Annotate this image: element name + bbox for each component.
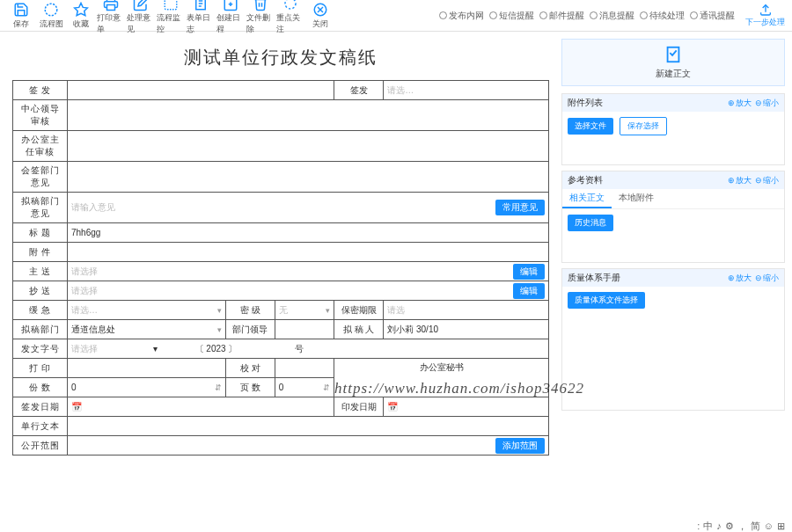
cell-copy-send[interactable]: 请选择编辑: [68, 281, 549, 301]
reference-expand-button[interactable]: ⊕放大: [728, 175, 752, 186]
ime-settings-icon[interactable]: ⚙: [725, 521, 734, 532]
attachment-expand-button[interactable]: ⊕放大: [728, 98, 752, 109]
radio-sms-remind[interactable]: 短信提醒: [489, 10, 534, 22]
log-icon: [193, 0, 209, 11]
radio-mail-remind[interactable]: 邮件提醒: [539, 10, 584, 22]
chevron-down-icon[interactable]: ▾: [217, 306, 222, 315]
close-icon: [312, 2, 328, 18]
close-button[interactable]: 关闭: [306, 0, 334, 35]
copy-send-edit-button[interactable]: 编辑: [513, 283, 545, 299]
cell-office-review[interactable]: [68, 131, 549, 162]
cell-sign-date[interactable]: 📅: [68, 397, 334, 417]
cell-attachment[interactable]: [68, 243, 549, 262]
print-icon: [103, 0, 119, 11]
radio-comm-remind[interactable]: 通讯提醒: [690, 10, 735, 22]
reference-tabs: 相关正文 本地附件: [562, 189, 784, 209]
stepper-icon[interactable]: ⇵: [215, 383, 222, 392]
stepper-icon[interactable]: ⇵: [323, 383, 330, 392]
lbl-copies: 份 数: [13, 378, 68, 397]
cell-check[interactable]: [275, 359, 334, 378]
ime-punct[interactable]: ，: [737, 520, 747, 533]
lbl-copy-send: 抄 送: [13, 281, 68, 301]
cell-draft-dept[interactable]: 通道信息处▾: [68, 320, 226, 339]
quality-link-button[interactable]: 质量体系文件选择: [568, 292, 645, 309]
ime-keyboard-icon[interactable]: ⊞: [777, 521, 785, 532]
document-title: 测试单位行政发文稿纸: [12, 46, 549, 69]
radio-msg-remind[interactable]: 消息提醒: [590, 10, 634, 22]
trash-icon: [253, 0, 268, 11]
calendar-button[interactable]: 创建日程: [216, 0, 245, 35]
lbl-check: 校 对: [225, 359, 275, 378]
lbl-urgency: 缓 急: [13, 301, 68, 320]
save-button[interactable]: 保存: [7, 0, 35, 35]
cell-cosign[interactable]: [68, 162, 549, 193]
cell-copies[interactable]: 0⇵: [68, 378, 226, 397]
calendar-icon[interactable]: 📅: [71, 402, 82, 412]
history-msg-button[interactable]: 历史消息: [568, 215, 613, 231]
lbl-secret: 密 级: [225, 301, 275, 320]
formlog-button[interactable]: 表单日志: [187, 0, 215, 35]
print-button[interactable]: 打印意单: [97, 0, 125, 35]
cell-doc-number[interactable]: 请选择 ▾ 〔 2023 〕 号: [68, 339, 549, 359]
chevron-down-icon[interactable]: ▾: [326, 306, 330, 315]
cell-draft-opinion[interactable]: 请输入意见 常用意见: [68, 193, 549, 223]
quality-collapse-button[interactable]: ⊖缩小: [755, 273, 779, 284]
add-scope-button[interactable]: 添加范围: [495, 438, 545, 454]
lbl-keep-period: 保密期限: [334, 301, 384, 320]
opinion-button[interactable]: 处理意见: [127, 0, 155, 35]
ime-sound-icon[interactable]: ♪: [716, 521, 722, 531]
cell-dept-leader[interactable]: [275, 320, 334, 339]
cell-title[interactable]: 7hh6gg: [68, 223, 549, 243]
main-send-edit-button[interactable]: 编辑: [513, 264, 545, 280]
reference-collapse-button[interactable]: ⊖缩小: [755, 175, 779, 186]
new-document-button[interactable]: 新建正文: [561, 39, 785, 86]
cell-keep-period[interactable]: 请选: [384, 301, 549, 320]
chevron-down-icon[interactable]: ▾: [217, 325, 222, 334]
ime-mode[interactable]: 简: [751, 520, 760, 533]
new-doc-icon: [664, 45, 683, 64]
tab-local-attach[interactable]: 本地附件: [612, 189, 661, 208]
lbl-sign-issue: 签 发: [13, 81, 68, 100]
select-file-button[interactable]: 选择文件: [568, 118, 613, 135]
form-column: 测试单位行政发文稿纸 签 发 签发 请选… 中心领导审核 办公室主任审核 会签部…: [0, 32, 561, 520]
side-column: 新建正文 附件列表 ⊕放大 ⊖缩小 选择文件 保存选择 参考资料 ⊕放大 ⊖缩小…: [561, 32, 792, 520]
common-opinion-button[interactable]: 常用意见: [495, 200, 545, 215]
cell-pages[interactable]: 0⇵: [275, 378, 334, 397]
tab-related-doc[interactable]: 相关正文: [562, 189, 612, 208]
body-wrap: 测试单位行政发文稿纸 签 发 签发 请选… 中心领导审核 办公室主任审核 会签部…: [0, 32, 792, 520]
calendar-icon[interactable]: 📅: [387, 402, 398, 412]
lbl-draft-person: 拟 稿 人: [334, 320, 384, 339]
attachment-collapse-button[interactable]: ⊖缩小: [755, 98, 779, 109]
cell-urgency[interactable]: 请选…▾: [68, 301, 226, 320]
quality-expand-button[interactable]: ⊕放大: [728, 273, 752, 284]
cell-print-date[interactable]: 📅: [384, 397, 549, 417]
cell-sign-issue[interactable]: [68, 81, 334, 100]
save-file-button[interactable]: 保存选择: [620, 117, 667, 135]
next-step-button[interactable]: 下一步处理: [745, 3, 785, 28]
cell-single-text[interactable]: [68, 417, 549, 436]
cell-center-review[interactable]: [68, 100, 549, 131]
cell-draft-person: 刘小莉 30/10: [384, 320, 549, 339]
cell-public-scope[interactable]: 添加范围: [68, 436, 549, 455]
cell-sign-issue-right[interactable]: 请选…: [384, 81, 549, 100]
ime-emoji-icon[interactable]: ☺: [764, 521, 774, 531]
monitor-icon: [163, 0, 179, 11]
ime-status-bar: :中 ♪ ⚙ ， 简 ☺ ⊞: [697, 520, 792, 532]
cell-main-send[interactable]: 请选择编辑: [68, 262, 549, 281]
radio-continue[interactable]: 待续处理: [640, 10, 685, 22]
cell-secret[interactable]: 无▾: [275, 301, 334, 320]
delete-button[interactable]: 文件删除: [246, 0, 275, 35]
upload-icon: [759, 3, 773, 17]
lbl-cosign: 会签部门意见: [13, 162, 68, 193]
monitor-button[interactable]: 流程监控: [157, 0, 185, 35]
ime-lang[interactable]: 中: [703, 520, 713, 533]
svg-marker-1: [75, 3, 88, 15]
lbl-print: 打 印: [13, 359, 68, 378]
focus-button[interactable]: 重点关注: [276, 0, 304, 35]
cell-print[interactable]: [68, 359, 226, 378]
flow-button[interactable]: 流程图: [37, 0, 65, 35]
favorite-button[interactable]: 收藏: [67, 0, 95, 35]
form-table: 签 发 签发 请选… 中心领导审核 办公室主任审核 会签部门意见 拟稿部门意见 …: [12, 80, 549, 455]
edit-icon: [133, 0, 149, 11]
radio-publish-intranet[interactable]: 发布内网: [439, 10, 484, 22]
